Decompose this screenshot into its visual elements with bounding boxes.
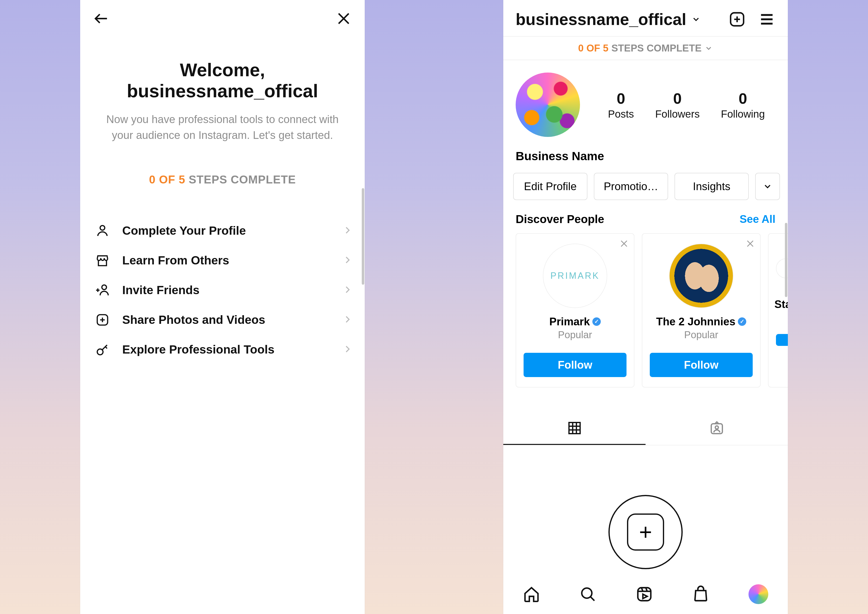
username-dropdown[interactable]: businessname_offical	[516, 10, 716, 29]
tab-tagged[interactable]	[646, 412, 788, 445]
chevron-down-icon	[691, 15, 701, 24]
edit-profile-button[interactable]: Edit Profile	[513, 173, 587, 200]
nav-profile[interactable]	[749, 584, 768, 604]
discover-title: Discover People	[516, 213, 604, 226]
profile-screen: businessname_offical 0 OF 5 STEPS COMPLE…	[503, 0, 788, 614]
welcome-screen: Welcome, businessname_offical Now you ha…	[80, 0, 365, 614]
plus-square-icon	[93, 313, 112, 327]
stat-following[interactable]: 0 Following	[721, 90, 765, 120]
nav-home[interactable]	[523, 586, 540, 603]
back-button[interactable]	[93, 10, 110, 27]
dismiss-card-button[interactable]	[745, 239, 755, 250]
svg-point-28	[582, 588, 592, 598]
card-avatar[interactable]	[669, 244, 733, 308]
chevron-right-icon	[343, 285, 352, 295]
tab-grid[interactable]	[503, 412, 646, 445]
chevron-right-icon	[343, 344, 352, 355]
welcome-title: Welcome, businessname_offical	[100, 59, 345, 101]
scrollbar[interactable]	[785, 223, 787, 297]
empty-state: +	[503, 445, 788, 569]
storefront-icon	[93, 253, 112, 267]
chevron-down-icon	[704, 44, 713, 53]
discover-card: The 2 Johnnies ✓ Popular Follow	[642, 233, 761, 387]
item-label: Learn From Others	[122, 253, 343, 267]
username-text: businessname_offical	[516, 10, 687, 29]
menu-button[interactable]	[758, 11, 775, 28]
chevron-right-icon	[343, 255, 352, 266]
follow-button[interactable]: Follow	[650, 353, 753, 377]
steps-complete-bar[interactable]: 0 OF 5 STEPS COMPLETE	[503, 36, 788, 60]
scrollbar[interactable]	[362, 188, 364, 285]
discover-cards: PRIMARK Primark ✓ Popular Follow The 2 J…	[503, 233, 788, 387]
expand-buttons[interactable]	[755, 173, 780, 200]
item-label: Share Photos and Videos	[122, 313, 343, 326]
svg-point-3	[100, 225, 105, 230]
follow-button[interactable]: Follow	[524, 353, 626, 377]
welcome-subtitle: Now you have professional tools to conne…	[100, 111, 345, 143]
svg-point-4	[102, 285, 107, 290]
follow-button[interactable]	[776, 334, 788, 346]
svg-line-29	[591, 597, 594, 601]
profile-avatar[interactable]	[516, 73, 580, 137]
display-name: Business Name	[503, 142, 788, 173]
verified-icon: ✓	[592, 317, 601, 326]
card-name: Sta	[776, 298, 788, 311]
steps-complete-indicator: 0 OF 5 STEPS COMPLETE	[100, 173, 345, 186]
item-share-photos-videos[interactable]: Share Photos and Videos	[80, 305, 365, 335]
item-label: Explore Professional Tools	[122, 343, 343, 356]
see-all-link[interactable]: See All	[739, 213, 775, 225]
nav-shop[interactable]	[692, 586, 709, 603]
item-complete-profile[interactable]: Complete Your Profile	[80, 216, 365, 246]
item-label: Complete Your Profile	[122, 224, 343, 238]
discover-card: PRIMARK Primark ✓ Popular Follow	[516, 233, 634, 387]
close-button[interactable]	[335, 10, 352, 27]
key-icon	[93, 343, 112, 356]
chevron-down-icon	[763, 182, 772, 191]
chevron-right-icon	[343, 225, 352, 236]
add-person-icon	[93, 283, 112, 297]
card-subtitle: Popular	[524, 329, 626, 340]
person-icon	[93, 224, 112, 238]
card-name: The 2 Johnnies ✓	[650, 316, 753, 328]
tagged-icon	[709, 421, 724, 435]
item-explore-pro-tools[interactable]: Explore Professional Tools	[80, 335, 365, 364]
svg-marker-34	[643, 594, 647, 598]
chevron-right-icon	[343, 314, 352, 325]
card-name: Primark ✓	[524, 316, 626, 328]
stat-followers[interactable]: 0 Followers	[655, 90, 700, 120]
item-learn-from-others[interactable]: Learn From Others	[80, 246, 365, 275]
card-subtitle: Popular	[650, 329, 753, 340]
grid-icon	[567, 421, 582, 435]
insights-button[interactable]: Insights	[674, 173, 749, 200]
empty-add-button[interactable]: +	[608, 495, 683, 569]
svg-point-27	[715, 426, 718, 429]
dismiss-card-button[interactable]	[619, 239, 629, 250]
plus-icon: +	[627, 513, 664, 550]
nav-reels[interactable]	[636, 586, 653, 603]
card-avatar[interactable]: PRIMARK	[543, 244, 607, 308]
item-label: Invite Friends	[122, 283, 343, 297]
create-button[interactable]	[728, 11, 746, 28]
svg-rect-21	[569, 423, 580, 434]
nav-search[interactable]	[579, 586, 597, 603]
bottom-nav	[503, 574, 788, 614]
stat-posts[interactable]: 0 Posts	[608, 90, 634, 120]
verified-icon: ✓	[738, 317, 746, 326]
onboarding-list: Complete Your Profile Learn From Others …	[80, 216, 365, 364]
item-invite-friends[interactable]: Invite Friends	[80, 275, 365, 305]
nav-avatar	[749, 584, 768, 604]
promotions-button[interactable]: Promotio…	[594, 173, 668, 200]
